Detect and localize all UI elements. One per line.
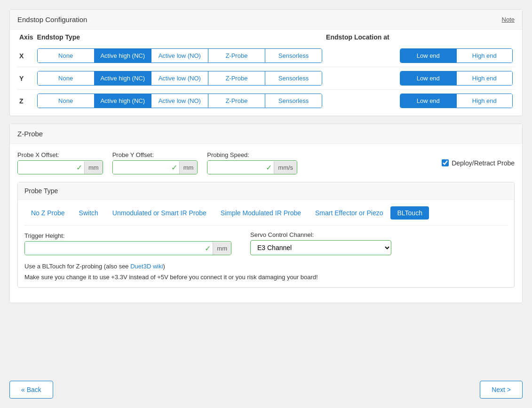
zprobe-section: Z-Probe Probe X Offset: 0 ✓ mm Probe Y O… bbox=[9, 124, 523, 303]
axis-y-type-cell: NoneActive high (NC)Active low (NO)Z-Pro… bbox=[35, 67, 324, 90]
back-button[interactable]: « Back bbox=[9, 381, 53, 399]
axis-y-type-group: NoneActive high (NC)Active low (NO)Z-Pro… bbox=[37, 71, 322, 86]
axis-y-location-btn-0[interactable]: Low end bbox=[400, 71, 457, 85]
axis-x-location-group: Low endHigh end bbox=[400, 48, 513, 63]
axis-x-type-btn-2[interactable]: Active low (NO) bbox=[151, 49, 208, 63]
servo-channel-label: Servo Control Channel: bbox=[250, 231, 391, 238]
duet3d-wiki-link[interactable]: Duet3D wiki bbox=[130, 263, 163, 270]
axis-label-y: Y bbox=[17, 67, 35, 90]
probing-speed-check: ✓ bbox=[264, 163, 274, 172]
axis-z-type-btn-0[interactable]: None bbox=[38, 94, 95, 108]
probe-x-offset-check: ✓ bbox=[74, 163, 84, 172]
trigger-height-check: ✓ bbox=[203, 244, 213, 253]
probing-speed-input[interactable]: 2 bbox=[207, 161, 264, 174]
axis-x-type-btn-3[interactable]: Z-Probe bbox=[208, 49, 265, 63]
axis-x-type-group: NoneActive high (NC)Active low (NO)Z-Pro… bbox=[37, 48, 322, 63]
next-button[interactable]: Next > bbox=[480, 381, 523, 399]
probe-x-offset-unit: mm bbox=[84, 161, 103, 174]
probe-type-header: Probe Type bbox=[18, 182, 514, 200]
trigger-height-label: Trigger Height: bbox=[24, 232, 231, 239]
axis-z-location-cell: Low endHigh end bbox=[324, 90, 515, 112]
axis-z-type-cell: NoneActive high (NC)Active low (NO)Z-Pro… bbox=[35, 90, 324, 112]
axis-y-type-btn-3[interactable]: Z-Probe bbox=[208, 71, 265, 85]
endstop-table: Axis Endstop Type Endstop Location at XN… bbox=[17, 30, 515, 112]
probing-speed-group: Probing Speed: 2 ✓ mm/s bbox=[207, 151, 297, 174]
servo-channel-select[interactable]: E3 ChannelE0 ChannelE1 ChannelE2 Channel bbox=[250, 240, 391, 255]
axis-y-location-group: Low endHigh end bbox=[400, 71, 513, 86]
probe-x-offset-label: Probe X Offset: bbox=[17, 151, 103, 158]
trigger-height-unit: mm bbox=[213, 242, 231, 255]
axis-y-type-btn-4[interactable]: Sensorless bbox=[265, 71, 322, 85]
bltouch-info-text: Use a BLTouch for Z-probing (also see Du… bbox=[24, 263, 508, 270]
axis-x-location-cell: Low endHigh end bbox=[324, 45, 515, 67]
bltouch-fields: Trigger Height: 2.5 ✓ mm Servo Control C… bbox=[24, 225, 508, 281]
probing-speed-input-wrap: 2 ✓ mm/s bbox=[207, 160, 297, 174]
trigger-height-input-wrap: 2.5 ✓ mm bbox=[24, 241, 231, 255]
col-axis: Axis bbox=[17, 30, 35, 45]
axis-z-type-btn-3[interactable]: Z-Probe bbox=[208, 94, 265, 108]
axis-x-type-cell: NoneActive high (NC)Active low (NO)Z-Pro… bbox=[35, 45, 324, 67]
deploy-retract-label: Deploy/Retract Probe bbox=[452, 159, 515, 167]
probe-tab-5[interactable]: BLTouch bbox=[390, 206, 429, 220]
axis-x-type-btn-1[interactable]: Active high (NC) bbox=[95, 49, 151, 63]
probe-y-offset-check: ✓ bbox=[169, 163, 179, 172]
probing-speed-label: Probing Speed: bbox=[207, 151, 297, 158]
axis-label-z: Z bbox=[17, 90, 35, 112]
axis-z-location-btn-0[interactable]: Low end bbox=[400, 94, 457, 108]
probe-tabs: No Z ProbeSwitchUnmodulated or Smart IR … bbox=[24, 206, 508, 220]
probe-y-offset-input[interactable]: 0 bbox=[113, 161, 169, 174]
deploy-retract-checkbox[interactable] bbox=[442, 159, 449, 166]
probe-y-offset-input-wrap: 0 ✓ mm bbox=[112, 160, 198, 174]
axis-z-type-group: NoneActive high (NC)Active low (NO)Z-Pro… bbox=[37, 94, 322, 108]
probe-tab-3[interactable]: Simple Modulated IR Probe bbox=[214, 206, 308, 220]
axis-z-type-btn-2[interactable]: Active low (NO) bbox=[151, 94, 208, 108]
bltouch-warning-text: Make sure you change it to use +3.3V ins… bbox=[24, 274, 508, 281]
axis-y-type-btn-1[interactable]: Active high (NC) bbox=[95, 71, 151, 85]
axis-z-type-btn-4[interactable]: Sensorless bbox=[265, 94, 322, 108]
axis-x-type-btn-0[interactable]: None bbox=[38, 49, 95, 63]
axis-z-location-group: Low endHigh end bbox=[400, 94, 513, 108]
probe-tab-1[interactable]: Switch bbox=[72, 206, 105, 220]
axis-z-location-btn-1[interactable]: High end bbox=[457, 94, 513, 108]
servo-channel-group: Servo Control Channel: E3 ChannelE0 Chan… bbox=[250, 231, 391, 255]
probe-x-offset-input[interactable]: 0 bbox=[18, 161, 74, 174]
note-link[interactable]: Note bbox=[502, 16, 515, 23]
probe-tab-2[interactable]: Unmodulated or Smart IR Probe bbox=[106, 206, 213, 220]
axis-y-location-btn-1[interactable]: High end bbox=[457, 71, 513, 85]
probe-y-offset-label: Probe Y Offset: bbox=[112, 151, 198, 158]
nav-row: « Back Next > bbox=[9, 376, 523, 399]
col-location: Endstop Location at bbox=[324, 30, 515, 45]
probe-type-card: Probe Type No Z ProbeSwitchUnmodulated o… bbox=[17, 182, 515, 288]
probe-x-offset-input-wrap: 0 ✓ mm bbox=[17, 160, 103, 174]
axis-y-location-cell: Low endHigh end bbox=[324, 67, 515, 90]
probe-tab-4[interactable]: Smart Effector or Piezo bbox=[309, 206, 389, 220]
axis-y-type-btn-0[interactable]: None bbox=[38, 71, 95, 85]
probing-speed-unit: mm/s bbox=[274, 161, 297, 174]
axis-x-location-btn-0[interactable]: Low end bbox=[400, 49, 457, 63]
deploy-retract-group: Deploy/Retract Probe bbox=[442, 159, 515, 167]
probe-x-offset-group: Probe X Offset: 0 ✓ mm bbox=[17, 151, 103, 174]
zprobe-title: Z-Probe bbox=[10, 124, 522, 144]
endstop-config-title: Endstop Configuration bbox=[17, 16, 87, 24]
probe-y-offset-unit: mm bbox=[179, 161, 198, 174]
probe-tab-0[interactable]: No Z Probe bbox=[24, 206, 71, 220]
trigger-height-group: Trigger Height: 2.5 ✓ mm bbox=[24, 232, 231, 255]
axis-x-location-btn-1[interactable]: High end bbox=[457, 49, 513, 63]
col-type: Endstop Type bbox=[35, 30, 324, 45]
probe-y-offset-group: Probe Y Offset: 0 ✓ mm bbox=[112, 151, 198, 174]
axis-z-type-btn-1[interactable]: Active high (NC) bbox=[95, 94, 151, 108]
axis-y-type-btn-2[interactable]: Active low (NO) bbox=[151, 71, 208, 85]
axis-x-type-btn-4[interactable]: Sensorless bbox=[265, 49, 322, 63]
trigger-height-input[interactable]: 2.5 bbox=[25, 242, 203, 255]
axis-label-x: X bbox=[17, 45, 35, 67]
